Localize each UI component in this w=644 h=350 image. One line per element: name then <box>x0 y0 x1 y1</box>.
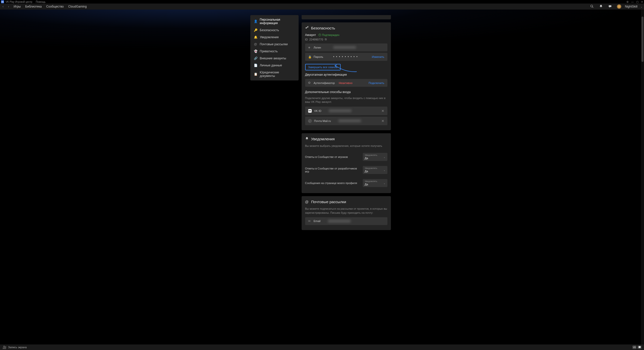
app-logo-icon: VK <box>1 0 4 3</box>
settings-gear-icon[interactable]: ⚙ <box>626 1 629 3</box>
search-icon[interactable] <box>589 5 595 9</box>
svg-line-1 <box>592 7 593 8</box>
help-link[interactable]: Помощь <box>36 1 46 3</box>
window-maximize-icon[interactable]: ▢ <box>636 1 638 3</box>
top-nav: ‹ › Игры Библиотека Сообщество CloudGami… <box>0 4 644 10</box>
window-close-icon[interactable]: ✕ <box>641 1 643 3</box>
nav-games[interactable]: Игры <box>13 5 22 8</box>
window-minimize-icon[interactable]: — <box>631 1 634 3</box>
user-menu-chevron-icon[interactable]: ⌄ <box>640 5 642 8</box>
nav-forward-icon[interactable]: › <box>7 5 10 8</box>
bell-icon[interactable] <box>598 5 604 9</box>
username-label[interactable]: NightSkill <box>625 5 637 8</box>
titlebar: VK VK Play Игровой центр Помощь ⚙ — ▢ ✕ <box>0 0 644 4</box>
svg-rect-2 <box>609 5 612 7</box>
nav-back-icon[interactable]: ‹ <box>2 5 5 8</box>
app-title: VK Play Игровой центр <box>6 1 32 3</box>
nav-library[interactable]: Библиотека <box>24 5 43 8</box>
user-avatar[interactable] <box>617 4 621 9</box>
nav-cloudgaming[interactable]: CloudGaming <box>67 5 88 8</box>
nav-community[interactable]: Сообщество <box>45 5 65 8</box>
svg-point-0 <box>591 5 593 7</box>
chat-icon[interactable] <box>607 5 613 9</box>
